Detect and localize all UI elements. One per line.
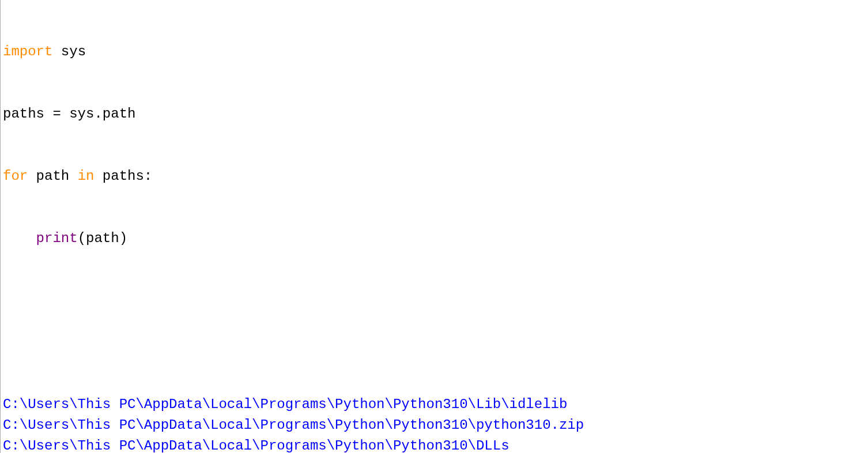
builtin-print: print	[36, 231, 78, 246]
code-text: sys	[52, 44, 86, 59]
output-line: C:\Users\This PC\AppData\Local\Programs\…	[3, 394, 868, 415]
code-line-2: paths = sys.path	[3, 104, 868, 124]
code-editor[interactable]: import sys paths = sys.path for path in …	[0, 0, 868, 453]
code-line-1: import sys	[3, 41, 868, 62]
code-text: (path)	[78, 231, 127, 246]
indent	[3, 231, 36, 246]
code-line-4: print(path)	[3, 228, 868, 249]
output-line: C:\Users\This PC\AppData\Local\Programs\…	[3, 436, 868, 453]
keyword-in: in	[78, 168, 95, 184]
blank-space	[3, 290, 868, 353]
keyword-import: import	[3, 44, 52, 59]
output-line: C:\Users\This PC\AppData\Local\Programs\…	[3, 415, 868, 436]
output-block: C:\Users\This PC\AppData\Local\Programs\…	[3, 394, 868, 453]
code-text: path	[28, 168, 77, 184]
code-line-3: for path in paths:	[3, 166, 868, 187]
keyword-for: for	[3, 168, 28, 184]
code-text: paths:	[94, 168, 152, 184]
